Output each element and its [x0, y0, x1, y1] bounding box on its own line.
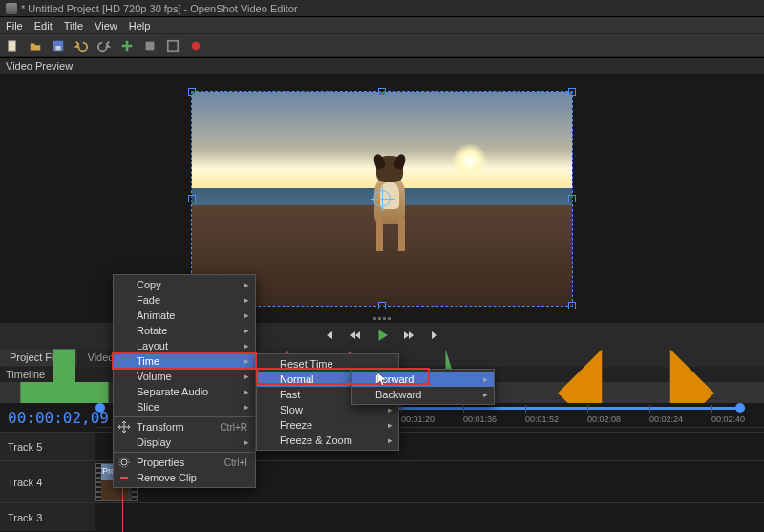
svg-rect-0: [9, 40, 16, 51]
ctx-animate[interactable]: Animate▸: [114, 308, 255, 323]
remove-icon: [118, 472, 130, 483]
zoom-slider-start[interactable]: [96, 403, 105, 413]
ctx-time[interactable]: Time▸: [114, 353, 255, 369]
fullscreen-icon[interactable]: [166, 39, 180, 53]
svg-rect-3: [146, 41, 155, 50]
record-icon[interactable]: [189, 39, 202, 53]
main-toolbar: [0, 34, 764, 57]
window-titlebar: * Untitled Project [HD 720p 30 fps] - Op…: [0, 0, 764, 17]
ctx-transform[interactable]: TransformCtrl+R: [114, 419, 255, 435]
transform-handle[interactable]: [568, 302, 576, 309]
menu-title[interactable]: Title: [64, 20, 83, 32]
ctx-separator: [114, 416, 255, 417]
ctx-separate-audio[interactable]: Separate Audio▸: [114, 384, 255, 399]
window-title: * Untitled Project [HD 720p 30 fps] - Op…: [21, 3, 298, 14]
cursor-icon: [377, 372, 389, 388]
ctx-display[interactable]: Display▸: [114, 435, 255, 450]
svg-rect-2: [55, 46, 60, 50]
track-content[interactable]: [96, 503, 764, 531]
zoom-slider-end[interactable]: [735, 403, 745, 413]
transform-crosshair-icon[interactable]: [373, 190, 391, 207]
track-label[interactable]: Track 5: [0, 433, 96, 460]
svg-point-6: [121, 459, 127, 465]
ctx-copy[interactable]: Copy▸: [114, 277, 255, 292]
save-file-icon[interactable]: [52, 39, 65, 53]
svg-point-5: [192, 41, 201, 50]
ctx-freeze-zoom[interactable]: Freeze & Zoom▸: [257, 433, 398, 448]
clip-context-menu: Copy▸ Fade▸ Animate▸ Rotate▸ Layout▸ Tim…: [113, 274, 256, 488]
svg-rect-4: [168, 40, 179, 51]
ctx-rotate[interactable]: Rotate▸: [114, 323, 255, 338]
transform-handle[interactable]: [188, 195, 196, 202]
undo-icon[interactable]: [74, 39, 88, 53]
move-icon: [118, 421, 130, 433]
ctx-layout[interactable]: Layout▸: [114, 338, 255, 353]
ctx-volume[interactable]: Volume▸: [114, 369, 255, 384]
transform-handle[interactable]: [378, 88, 386, 96]
redo-icon[interactable]: [97, 39, 111, 53]
ctx-slice[interactable]: Slice▸: [114, 399, 255, 415]
panel-drag-handle[interactable]: [368, 317, 396, 321]
ruler-tick: 00:01:36: [463, 415, 497, 424]
ruler-tick: 00:02:40: [711, 415, 745, 424]
menubar: File Edit Title View Help: [0, 17, 764, 34]
preview-dog: [367, 156, 414, 251]
ruler-tick: 00:02:24: [649, 415, 683, 424]
preview-panel-header: Video Preview: [0, 57, 764, 74]
menu-help[interactable]: Help: [129, 20, 151, 32]
svg-rect-8: [120, 477, 128, 479]
ctx-freeze[interactable]: Freeze▸: [257, 417, 398, 433]
app-icon: [6, 3, 17, 14]
ctx-properties[interactable]: PropertiesCtrl+I: [114, 455, 255, 470]
transform-handle[interactable]: [378, 302, 386, 309]
track-row: Track 3: [0, 502, 764, 531]
transform-handle[interactable]: [568, 88, 576, 96]
ruler-tick: 00:01:20: [401, 415, 435, 424]
ctx-fade[interactable]: Fade▸: [114, 292, 255, 308]
preview-sun: [452, 143, 488, 180]
ruler-tick: 00:01:52: [525, 415, 559, 424]
menu-edit[interactable]: Edit: [34, 20, 53, 32]
direction-submenu: Forward▸ Backward▸: [351, 369, 495, 405]
open-file-icon[interactable]: [29, 39, 42, 53]
track-label[interactable]: Track 3: [0, 503, 96, 531]
export-icon[interactable]: [143, 39, 157, 53]
ctx-separator: [114, 452, 255, 453]
add-icon[interactable]: [120, 39, 134, 53]
ruler-tick: 00:02:08: [587, 415, 621, 424]
ctx-backward[interactable]: Backward▸: [352, 387, 494, 402]
menu-view[interactable]: View: [95, 20, 117, 32]
ctx-forward[interactable]: Forward▸: [352, 372, 494, 387]
transform-handle[interactable]: [568, 195, 576, 202]
menu-file[interactable]: File: [6, 20, 23, 32]
track-label[interactable]: Track 4: [0, 461, 96, 502]
new-file-icon[interactable]: [6, 39, 19, 53]
gear-icon: [118, 457, 130, 468]
transform-handle[interactable]: [188, 88, 196, 96]
preview-title: Video Preview: [6, 60, 73, 72]
ctx-remove-clip[interactable]: Remove Clip: [114, 470, 255, 485]
